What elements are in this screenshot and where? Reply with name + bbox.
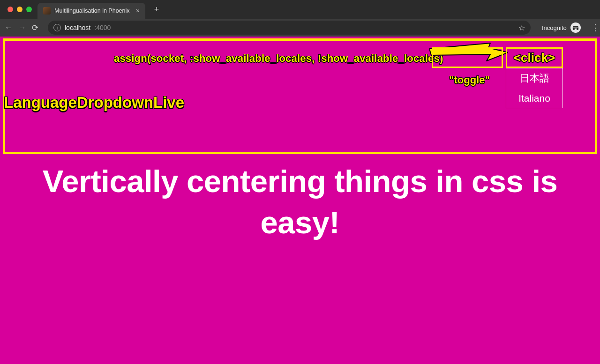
browser-tab[interactable]: Multilingualisation in Phoenix × — [38, 3, 145, 19]
reload-button[interactable]: ⟳ — [32, 23, 38, 33]
url-port: :4000 — [94, 24, 111, 31]
annotation-click-label: <click> — [514, 51, 555, 65]
annotation-click-box: <click> — [506, 47, 563, 68]
tab-favicon — [43, 7, 51, 15]
forward-button[interactable]: → — [18, 23, 26, 32]
url-host: localhost — [65, 24, 90, 31]
page-headline: Vertically centering things in css is ea… — [0, 161, 600, 244]
language-option-japanese[interactable]: 日本語 — [506, 68, 562, 88]
language-option-italian[interactable]: Italiano — [506, 88, 562, 108]
window-controls — [8, 7, 32, 12]
browser-toolbar: ← → ⟳ i localhost:4000 ☆ Incognito ⋮ — [0, 19, 600, 37]
bookmark-star-icon[interactable]: ☆ — [518, 23, 525, 32]
incognito-indicator: Incognito — [542, 22, 581, 33]
site-info-icon[interactable]: i — [53, 24, 61, 31]
window-minimize-button[interactable] — [17, 7, 22, 12]
annotation-liveview-module: LanguageDropdownLive — [4, 94, 184, 111]
tab-title: Multilingualisation in Phoenix — [54, 7, 130, 14]
address-bar[interactable]: i localhost:4000 ☆ — [48, 21, 531, 35]
new-tab-button[interactable]: + — [150, 3, 163, 16]
page-viewport: assign(socket, :show_available_locales, … — [0, 37, 600, 364]
window-zoom-button[interactable] — [26, 7, 32, 12]
language-dropdown-menu: 日本語 Italiano — [506, 68, 563, 108]
browser-chrome: Multilingualisation in Phoenix × + ← → ⟳… — [0, 0, 600, 37]
back-button[interactable]: ← — [5, 23, 13, 32]
language-dropdown-trigger[interactable] — [432, 47, 503, 68]
tab-close-icon[interactable]: × — [136, 7, 140, 14]
annotation-toggle: "toggle" — [449, 74, 490, 86]
browser-menu-icon[interactable]: ⋮ — [591, 22, 600, 33]
window-close-button[interactable] — [8, 7, 13, 12]
tab-strip: Multilingualisation in Phoenix × + — [0, 0, 600, 19]
incognito-icon — [570, 22, 581, 33]
incognito-label: Incognito — [542, 24, 567, 31]
annotation-code: assign(socket, :show_available_locales, … — [114, 52, 443, 65]
